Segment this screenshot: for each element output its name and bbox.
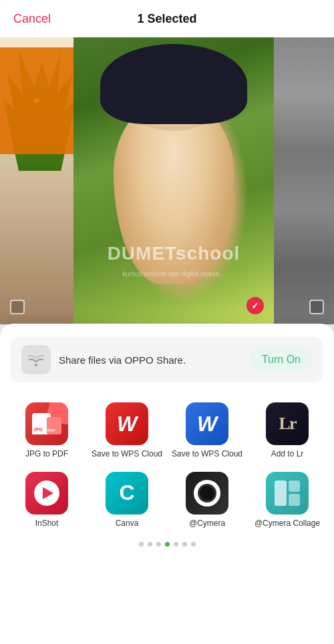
lr-icon: Lr	[266, 402, 309, 445]
dot-1[interactable]	[139, 542, 144, 547]
app-lr-label: Add to Lr	[271, 449, 304, 460]
photo-main[interactable]: DUMETschool kursus website dan digital m…	[73, 37, 274, 324]
app-cymera-collage[interactable]: @Cymera Collage	[247, 465, 327, 535]
share-text: Share files via OPPO Share.	[59, 354, 242, 366]
photo-left[interactable]	[0, 37, 73, 324]
selected-badge	[246, 297, 264, 314]
dot-5[interactable]	[174, 542, 178, 547]
app-wps2-label: Save to WPS Cloud	[172, 449, 242, 460]
canva-icon: C	[106, 472, 148, 515]
app-wps1-label: Save to WPS Cloud	[92, 449, 162, 460]
watermark-subtext: kursus website dan digital marke...	[122, 270, 224, 278]
photo-strip: DUMETschool kursus website dan digital m…	[0, 37, 334, 324]
apps-grid: JPG to PDF W Save to WPS Cloud W Save to…	[0, 389, 334, 534]
dot-7[interactable]	[191, 542, 196, 547]
header: Cancel 1 Selected	[0, 0, 334, 37]
share-banner: Share files via OPPO Share. Turn On	[11, 337, 323, 382]
turn-on-button[interactable]: Turn On	[250, 348, 313, 371]
dot-3[interactable]	[156, 542, 161, 547]
oppo-share-icon	[21, 345, 51, 374]
checkbox-right[interactable]	[309, 300, 324, 314]
lr-logo: Lr	[279, 414, 296, 434]
dot-2[interactable]	[148, 542, 152, 547]
photo-right[interactable]	[274, 37, 334, 324]
cymera-icon	[186, 472, 228, 515]
dot-6[interactable]	[182, 542, 187, 547]
app-cymera[interactable]: @Cymera	[167, 465, 247, 535]
inshot-icon	[25, 472, 68, 515]
app-wps1[interactable]: W Save to WPS Cloud	[87, 396, 167, 465]
app-jpg-pdf[interactable]: JPG to PDF	[7, 396, 87, 465]
svg-point-0	[35, 364, 37, 366]
wps2-icon: W	[186, 402, 228, 445]
app-canva[interactable]: C Canva	[87, 465, 167, 535]
app-inshot[interactable]: InShot	[7, 465, 87, 535]
app-jpg-pdf-label: JPG to PDF	[25, 449, 68, 460]
wifi-icon	[28, 352, 44, 368]
app-cymera-collage-label: @Cymera Collage	[255, 519, 320, 529]
page-indicators	[0, 534, 334, 553]
cymera-collage-icon	[266, 472, 309, 515]
wps1-icon: W	[106, 402, 148, 445]
app-inshot-label: InShot	[35, 519, 59, 529]
wps1-logo: W	[117, 412, 137, 436]
canva-logo: C	[119, 480, 134, 505]
bottom-sheet: Share files via OPPO Share. Turn On JPG …	[0, 324, 334, 644]
dot-4-active[interactable]	[165, 542, 170, 547]
checkbox-left[interactable]	[10, 300, 25, 314]
app-lr[interactable]: Lr Add to Lr	[247, 396, 327, 465]
jpg-pdf-icon	[25, 402, 68, 445]
wps2-logo: W	[197, 412, 217, 436]
page-title: 1 Selected	[137, 12, 196, 26]
app-cymera-label: @Cymera	[189, 519, 225, 529]
app-canva-label: Canva	[116, 519, 139, 529]
cancel-button[interactable]: Cancel	[13, 12, 51, 26]
app-wps2[interactable]: W Save to WPS Cloud	[167, 396, 247, 465]
watermark-text: DUMETschool	[108, 243, 240, 264]
